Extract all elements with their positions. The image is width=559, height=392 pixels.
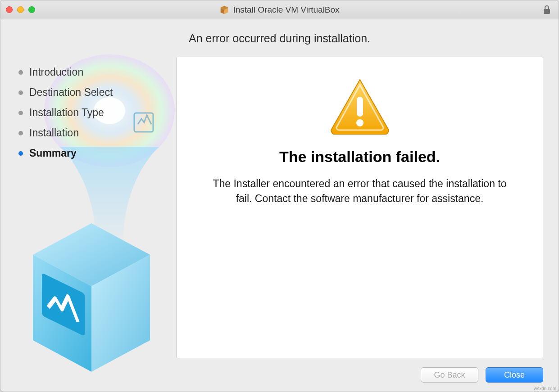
window-body: An error occurred during installation. <box>0 19 559 392</box>
window-zoom-button[interactable] <box>28 6 35 13</box>
package-icon <box>219 5 229 15</box>
go-back-button[interactable]: Go Back <box>421 367 478 383</box>
error-body: The Installer encountered an error that … <box>207 176 513 206</box>
main-panel: The installation failed. The Installer e… <box>176 57 543 358</box>
step-introduction: Introduction <box>18 62 176 82</box>
step-bullet <box>18 131 23 135</box>
step-bullet <box>18 70 23 75</box>
step-installation-type: Installation Type <box>18 103 176 123</box>
titlebar: Install Oracle VM VirtualBox <box>0 0 559 19</box>
step-label: Destination Select <box>29 86 113 99</box>
step-summary: Summary <box>18 143 176 163</box>
window-minimize-button[interactable] <box>17 6 24 13</box>
svg-point-6 <box>356 119 364 126</box>
watermark-text: wsxdn.com <box>534 386 556 391</box>
step-label: Installation <box>29 127 79 139</box>
content-row: Introduction Destination Select Installa… <box>0 57 559 358</box>
close-button[interactable]: Close <box>486 367 543 383</box>
lock-icon[interactable] <box>542 5 551 15</box>
window-close-button[interactable] <box>6 6 13 13</box>
step-installation: Installation <box>18 123 176 143</box>
svg-rect-5 <box>357 97 363 117</box>
traffic-lights <box>6 6 35 13</box>
installer-window: Install Oracle VM VirtualBox An error oc… <box>0 0 559 392</box>
sidebar: Introduction Destination Select Installa… <box>0 57 176 358</box>
window-title-text: Install Oracle VM VirtualBox <box>233 5 339 15</box>
error-title: The installation failed. <box>279 148 440 166</box>
step-label: Installation Type <box>29 107 104 119</box>
step-label: Summary <box>29 147 77 159</box>
step-label: Introduction <box>29 66 83 78</box>
step-bullet <box>18 151 23 156</box>
step-bullet <box>18 111 23 115</box>
page-heading: An error occurred during installation. <box>0 19 559 57</box>
window-title: Install Oracle VM VirtualBox <box>0 5 559 15</box>
svg-rect-0 <box>544 9 550 14</box>
step-bullet <box>18 90 23 95</box>
steps-list: Introduction Destination Select Installa… <box>18 62 176 163</box>
warning-icon <box>328 77 391 135</box>
step-destination-select: Destination Select <box>18 82 176 103</box>
